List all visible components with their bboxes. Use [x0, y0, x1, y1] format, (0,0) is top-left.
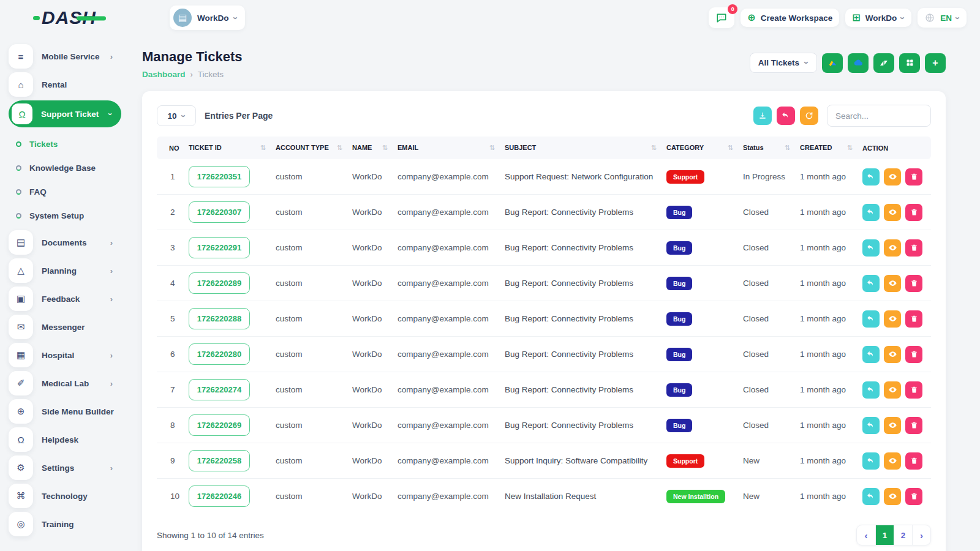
- export-button[interactable]: [753, 107, 772, 125]
- sidebar-item-feedback[interactable]: ▣Feedback›: [9, 287, 121, 311]
- sidebar-item-medical-lab[interactable]: ✐Medical Lab›: [9, 371, 121, 395]
- column-header-account-type[interactable]: ACCOUNT TYPE⇅: [271, 137, 347, 159]
- sidebar-item-documents[interactable]: ▤Documents›: [9, 230, 121, 255]
- view-button[interactable]: [884, 310, 901, 328]
- ticket-id-button[interactable]: 1726220246: [189, 485, 250, 507]
- messages-button[interactable]: 0: [709, 7, 734, 28]
- reply-icon: [867, 279, 875, 288]
- delete-button[interactable]: [905, 381, 922, 399]
- delete-button[interactable]: [905, 417, 922, 434]
- sidebar-item-label: Mobile Service: [42, 52, 100, 61]
- sidebar-subitem-faq[interactable]: FAQ: [16, 180, 121, 204]
- zendesk-button[interactable]: [873, 53, 894, 73]
- reply-button[interactable]: [862, 452, 880, 470]
- delete-button[interactable]: [905, 204, 922, 221]
- sidebar-item-rental[interactable]: ⌂Rental: [9, 72, 121, 97]
- sidebar-item-helpdesk[interactable]: ΩHelpdesk: [9, 427, 121, 452]
- sidebar-nav: ≡Mobile Service›⌂RentalΩSupport Ticket›T…: [9, 44, 121, 536]
- reply-button[interactable]: [862, 417, 880, 434]
- apps-menu-button[interactable]: ⊞ WorkDo ›: [845, 9, 911, 27]
- column-header-ticket-id[interactable]: TICKET ID⇅: [184, 137, 271, 159]
- reply-button[interactable]: [862, 204, 880, 221]
- home-icon: ⌂: [9, 72, 33, 97]
- sidebar-item-mobile-service[interactable]: ≡Mobile Service›: [9, 44, 121, 69]
- eye-icon: [888, 421, 897, 430]
- view-button[interactable]: [884, 381, 901, 399]
- previous-page-button[interactable]: ‹: [857, 525, 875, 545]
- delete-button[interactable]: [905, 488, 922, 505]
- ticket-filter-dropdown[interactable]: All Tickets ›: [750, 53, 817, 73]
- sidebar-item-label: Messenger: [42, 323, 85, 332]
- reply-button[interactable]: [862, 168, 880, 186]
- view-button[interactable]: [884, 239, 901, 257]
- workspace-selector[interactable]: ▤ WorkDo ›: [170, 6, 245, 30]
- delete-button[interactable]: [905, 310, 922, 328]
- search-input[interactable]: [827, 105, 931, 127]
- delete-button[interactable]: [905, 239, 922, 257]
- reply-button[interactable]: [862, 488, 880, 505]
- view-button[interactable]: [884, 168, 901, 186]
- page-button-1[interactable]: 1: [875, 525, 894, 545]
- category-badge: Bug: [666, 348, 692, 361]
- ticket-id-button[interactable]: 1726220288: [189, 308, 250, 329]
- sidebar-item-planning[interactable]: △Planning›: [9, 258, 121, 283]
- cell-name: WorkDo: [347, 301, 393, 337]
- cell-created: 1 month ago: [795, 266, 858, 301]
- google-drive-button[interactable]: [822, 53, 843, 73]
- entries-per-page-select[interactable]: 10 ›: [157, 105, 196, 126]
- delete-button[interactable]: [905, 168, 922, 186]
- column-header-status[interactable]: Status⇅: [738, 137, 795, 159]
- page-title: Manage Tickets: [142, 49, 242, 65]
- page-button-2[interactable]: 2: [894, 525, 912, 545]
- ticket-id-button[interactable]: 1726220280: [189, 343, 250, 365]
- reply-button[interactable]: [862, 239, 880, 257]
- reply-button[interactable]: [862, 275, 880, 292]
- reply-button[interactable]: [862, 310, 880, 328]
- view-button[interactable]: [884, 417, 901, 434]
- ticket-id-button[interactable]: 1726220289: [189, 272, 250, 294]
- reply-button[interactable]: [862, 381, 880, 399]
- category-badge: Bug: [666, 277, 692, 290]
- delete-button[interactable]: [905, 346, 922, 363]
- add-ticket-button[interactable]: +: [925, 53, 946, 73]
- sidebar-item-support-ticket[interactable]: ΩSupport Ticket›: [9, 100, 121, 127]
- column-header-category[interactable]: CATEGORY⇅: [662, 137, 738, 159]
- ticket-id-button[interactable]: 1726220269: [189, 414, 250, 436]
- view-button[interactable]: [884, 488, 901, 505]
- view-button[interactable]: [884, 452, 901, 470]
- ticket-id-button[interactable]: 1726220274: [189, 379, 250, 400]
- ticket-id-button[interactable]: 1726220351: [189, 166, 250, 187]
- cell-created: 1 month ago: [795, 479, 858, 514]
- refresh-button[interactable]: [800, 107, 818, 125]
- column-header-name[interactable]: NAME⇅: [347, 137, 393, 159]
- view-button[interactable]: [884, 204, 901, 221]
- ticket-id-button[interactable]: 1726220291: [189, 237, 250, 258]
- breadcrumb-dashboard-link[interactable]: Dashboard: [142, 70, 186, 79]
- ticket-id-button[interactable]: 1726220258: [189, 450, 250, 471]
- create-workspace-button[interactable]: ⊕ Create Workspace: [741, 9, 839, 27]
- sidebar-item-hospital[interactable]: ▦Hospital›: [9, 343, 121, 367]
- column-header-email[interactable]: EMAIL⇅: [393, 137, 500, 159]
- sidebar-item-side-menu-builder[interactable]: ⊕Side Menu Builder: [9, 399, 121, 424]
- ticket-id-button[interactable]: 1726220307: [189, 201, 250, 223]
- language-selector[interactable]: EN ›: [918, 8, 967, 28]
- reset-button[interactable]: [777, 107, 795, 125]
- sidebar-subitem-tickets[interactable]: Tickets: [16, 132, 121, 156]
- reply-button[interactable]: [862, 346, 880, 363]
- delete-button[interactable]: [905, 452, 922, 470]
- view-button[interactable]: [884, 346, 901, 363]
- sidebar-item-label: Feedback: [42, 294, 80, 304]
- column-header-subject[interactable]: SUBJECT⇅: [500, 137, 662, 159]
- sidebar-item-messenger[interactable]: ✉Messenger: [9, 315, 121, 339]
- next-page-button[interactable]: ›: [912, 525, 930, 545]
- sidebar-subitem-knowledge-base[interactable]: Knowledge Base: [16, 156, 121, 180]
- delete-button[interactable]: [905, 275, 922, 292]
- grid-view-button[interactable]: [899, 53, 920, 73]
- sidebar-item-training[interactable]: ◎Training: [9, 512, 121, 536]
- column-header-created[interactable]: CREATED⇅: [795, 137, 858, 159]
- onedrive-button[interactable]: [848, 53, 869, 73]
- sidebar-subitem-system-setup[interactable]: System Setup: [16, 204, 121, 228]
- sidebar-item-technology[interactable]: ⌘Technology: [9, 484, 121, 508]
- sidebar-item-settings[interactable]: ⚙Settings›: [9, 455, 121, 480]
- view-button[interactable]: [884, 275, 901, 292]
